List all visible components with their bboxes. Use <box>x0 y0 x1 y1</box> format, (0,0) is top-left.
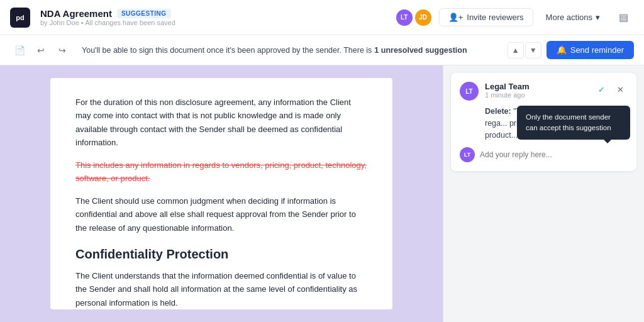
top-navigation: pd NDA Agreement SUGGESTING by John Doe … <box>0 0 644 35</box>
toolbar-icons: 📄 ↩ ↪ <box>10 41 72 60</box>
paragraph-3: The Client should use common judgment wh… <box>75 194 367 235</box>
deleted-paragraph: This includes any information in regards… <box>75 158 367 186</box>
document-title: NDA Agreement <box>40 8 112 19</box>
toolbar: 📄 ↩ ↪ You'll be able to sign this docume… <box>0 35 644 65</box>
avatar-jd[interactable]: JD <box>414 8 433 27</box>
right-panel: LT Legal Team 1 minute ago ✓ ✕ Delete: "… <box>443 65 644 322</box>
avatar-stack: LT JD <box>395 8 433 27</box>
person-add-icon: 👤+ <box>448 13 464 22</box>
nav-right: LT JD 👤+ Invite reviewers More actions ▾… <box>395 7 634 28</box>
chevron-down-icon: ▾ <box>596 13 600 22</box>
pandadoc-logo: pd <box>10 8 30 28</box>
comment-time: 1 minute ago <box>485 91 587 99</box>
more-actions-button[interactable]: More actions ▾ <box>540 9 606 26</box>
prev-suggestion-button[interactable]: ▲ <box>508 42 524 58</box>
chat-icon: ▤ <box>619 11 628 23</box>
logo-area: pd <box>10 8 30 28</box>
document-content: For the duration of this non disclosure … <box>50 78 392 309</box>
comment-avatar: LT <box>460 82 479 101</box>
document-title-area: NDA Agreement SUGGESTING by John Doe • A… <box>40 8 387 26</box>
reply-input[interactable] <box>480 150 628 159</box>
comment-card: LT Legal Team 1 minute ago ✓ ✕ Delete: "… <box>451 73 636 171</box>
section-title: Confidentiality Protection <box>75 247 367 262</box>
comment-meta: Legal Team 1 minute ago <box>485 82 587 99</box>
title-row: NDA Agreement SUGGESTING <box>40 8 387 19</box>
bell-icon: 🔔 <box>557 45 567 55</box>
delete-label: Delete: <box>485 107 511 116</box>
chat-button[interactable]: ▤ <box>613 7 634 28</box>
section-paragraph-1: The Client understands that the informat… <box>75 269 367 309</box>
suggestion-nav-arrows: ▲ ▼ <box>508 42 541 58</box>
reply-avatar: LT <box>460 147 475 162</box>
accept-suggestion-button[interactable]: ✓ <box>594 82 609 97</box>
section-paragraph-2: The Client agrees to hold all confidenti… <box>75 318 367 322</box>
avatar-lt[interactable]: LT <box>395 8 414 27</box>
status-badge: SUGGESTING <box>117 9 171 18</box>
undo-button[interactable]: ↩ <box>31 41 50 60</box>
comment-author: Legal Team <box>485 82 587 91</box>
reply-row: LT <box>460 147 628 162</box>
next-suggestion-button[interactable]: ▼ <box>525 42 541 58</box>
comment-header: LT Legal Team 1 minute ago ✓ ✕ <box>460 82 628 101</box>
comment-actions: ✓ ✕ <box>594 82 628 97</box>
document-icon[interactable]: 📄 <box>10 41 29 60</box>
redo-button[interactable]: ↪ <box>53 41 72 60</box>
document-area: For the duration of this non disclosure … <box>0 65 443 322</box>
document-subtitle: by John Doe • All changes have been save… <box>40 19 387 26</box>
reject-suggestion-button[interactable]: ✕ <box>613 82 628 97</box>
send-reminder-button[interactable]: 🔔 Send reminder <box>547 41 634 59</box>
suggestion-count: 1 unresolved suggestion <box>374 46 467 55</box>
paragraph-1: For the duration of this non disclosure … <box>75 96 367 150</box>
main-area: For the duration of this non disclosure … <box>0 65 644 322</box>
suggestion-bar: You'll be able to sign this document onc… <box>82 46 502 55</box>
tooltip-bubble: Only the document sender can accept this… <box>517 106 630 140</box>
invite-reviewers-button[interactable]: 👤+ Invite reviewers <box>439 8 533 26</box>
